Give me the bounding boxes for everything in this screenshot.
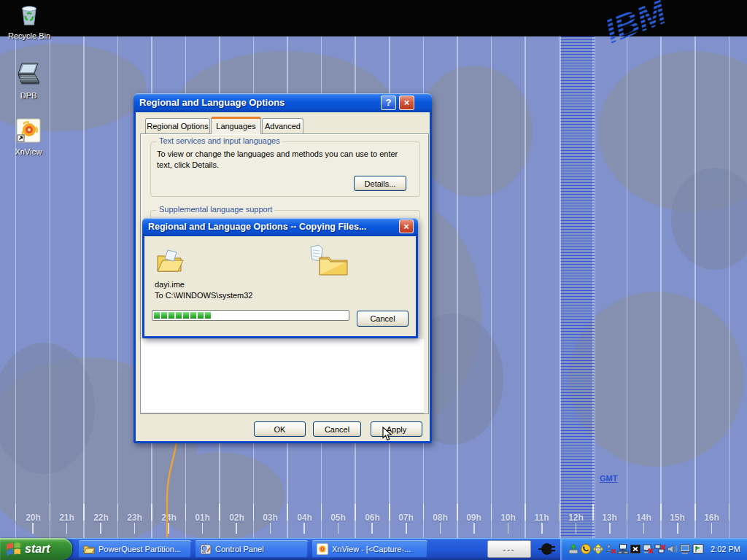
network-disconnected-icon[interactable]: [654, 543, 666, 555]
network-share-icon[interactable]: [617, 543, 629, 555]
tab-languages[interactable]: Languages: [211, 117, 261, 134]
taskbar-button-label: PowerQuest Partition...: [98, 545, 181, 553]
control-panel-icon: [200, 544, 212, 555]
folder-icon: [83, 544, 95, 554]
timezone-label: 23h: [117, 513, 152, 523]
taskbar-button-label: Control Panel: [215, 545, 264, 553]
help-button[interactable]: ?: [381, 96, 396, 110]
copying-destination: To C:\WINDOWS\system32: [155, 290, 252, 301]
timezone-label: 16h: [694, 513, 729, 523]
timezone-label: 10h: [491, 513, 525, 523]
safely-remove-hardware-icon[interactable]: [568, 543, 579, 555]
desktop-icon-label: XnView: [1, 147, 56, 156]
copy-progress-bar: [152, 310, 349, 321]
destination-folder-icon: [318, 253, 349, 276]
windows-flag-icon: [6, 542, 21, 557]
cancel-button[interactable]: Cancel: [313, 421, 361, 437]
taskbar-button-label: XnView - [<Capture-...: [332, 545, 411, 553]
clock[interactable]: 2:02 PM: [711, 545, 740, 553]
taskbar-button-control-panel[interactable]: Control Panel: [196, 540, 308, 558]
support-assistant-icon[interactable]: [580, 543, 592, 555]
progress-segment: [205, 312, 211, 319]
gmt-label: GMT: [600, 474, 617, 483]
source-folder-icon: [156, 249, 184, 275]
timezone-label: 01h: [185, 513, 220, 523]
laptop-icon: [15, 62, 42, 87]
progress-segment: [161, 312, 167, 319]
tab-regional-options[interactable]: Regional Options: [145, 118, 210, 133]
users-offline-icon[interactable]: [605, 543, 616, 555]
timezone-label: 14h: [627, 513, 661, 523]
gmt-stripe-band: [560, 36, 595, 538]
progress-segment: [176, 312, 182, 319]
ok-button[interactable]: OK: [254, 421, 306, 437]
progress-segment: [190, 312, 196, 319]
progress-segment: [198, 312, 204, 319]
timezone-label: 12h: [559, 513, 593, 523]
details-button[interactable]: Details...: [354, 176, 406, 191]
desktop-icon-recycle-bin[interactable]: Recycle Bin: [1, 2, 57, 40]
copy-dialog-title: Regional and Language Options -- Copying…: [148, 222, 366, 232]
repaint-white-region: [141, 339, 424, 413]
display-settings-icon[interactable]: [692, 543, 705, 555]
language-bar[interactable]: ---: [487, 540, 531, 558]
copying-files-dialog: Regional and Language Options -- Copying…: [142, 218, 418, 338]
tab-advanced[interactable]: Advanced: [262, 118, 303, 133]
timezone-label: 03h: [253, 513, 287, 523]
timezone-label: 24h: [152, 513, 186, 523]
desktop-icon-label: Recycle Bin: [1, 31, 57, 40]
close-icon[interactable]: ×: [399, 219, 414, 233]
apply-button[interactable]: Apply: [371, 421, 422, 437]
timezone-label: 05h: [321, 513, 355, 523]
timezone-label: 04h: [287, 513, 322, 523]
progress-segment: [169, 312, 174, 319]
timezone-label: 07h: [389, 513, 423, 523]
timezone-ticks: [32, 523, 732, 534]
xnview-icon: [16, 118, 41, 143]
desktop-icon-dpb[interactable]: DPB: [1, 62, 56, 100]
timezone-label: 02h: [220, 513, 254, 523]
start-label: start: [25, 542, 50, 556]
recycle-bin-icon: [17, 2, 42, 27]
timezone-label: 09h: [457, 513, 491, 523]
xnview-icon: [317, 543, 328, 555]
taskbar-button-powerquest[interactable]: PowerQuest Partition...: [79, 540, 191, 558]
desktop-icon-xnview[interactable]: XnView: [1, 118, 56, 156]
display-icon[interactable]: [679, 543, 691, 555]
power-plug-icon[interactable]: [537, 541, 556, 557]
timezone-label: 11h: [525, 513, 559, 523]
progress-segment: [183, 312, 189, 319]
supplemental-group-title: Supplemental language support: [157, 205, 274, 214]
taskbar: start PowerQuest Partition... Contro: [0, 538, 747, 560]
close-icon[interactable]: ×: [399, 96, 414, 110]
progress-segment: [154, 312, 160, 319]
timezone-label: 13h: [592, 513, 627, 523]
device-disabled-icon[interactable]: [630, 543, 641, 555]
system-tray: 2:02 PM: [560, 538, 747, 560]
desktop: IBM 20h 21h 22h 23h 24h 01h 02h 03h 04h …: [0, 0, 747, 560]
timezone-label: 20h: [16, 513, 50, 523]
text-services-group-title: Text services and input languages: [157, 136, 282, 145]
taskbar-button-xnview[interactable]: XnView - [<Capture-...: [312, 540, 427, 558]
updates-envelope-icon[interactable]: [592, 543, 604, 555]
desktop-icon-label: DPB: [1, 91, 56, 100]
copy-cancel-button[interactable]: Cancel: [357, 311, 409, 327]
copy-dialog-titlebar[interactable]: Regional and Language Options -- Copying…: [142, 218, 418, 236]
timezone-label: 21h: [50, 513, 84, 523]
computer-offline-icon[interactable]: [642, 543, 654, 555]
timezone-label: 15h: [660, 513, 694, 523]
start-button[interactable]: start: [0, 538, 72, 560]
copying-file-name: dayi.ime: [155, 279, 185, 290]
timezone-label: 08h: [423, 513, 457, 523]
timezone-label: 22h: [84, 513, 118, 523]
dialog-title: Regional and Language Options: [139, 97, 285, 108]
timezone-label: 06h: [355, 513, 390, 523]
text-services-description: To view or change the languages and meth…: [157, 149, 414, 171]
dialog-titlebar[interactable]: Regional and Language Options ? ×: [133, 93, 432, 112]
volume-icon[interactable]: [667, 543, 678, 555]
